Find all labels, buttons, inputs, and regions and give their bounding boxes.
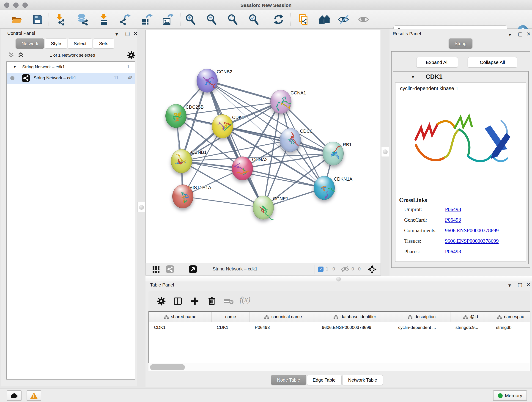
expand-all-button[interactable]: Expand All [416, 57, 458, 68]
delete-column-icon[interactable] [207, 297, 216, 306]
cloud-button[interactable] [7, 390, 22, 401]
refresh-button[interactable] [273, 13, 285, 26]
table-options-gear-icon[interactable] [157, 297, 166, 306]
tab-network-table[interactable]: Network Table [342, 375, 383, 385]
first-neighbors-button[interactable] [318, 13, 330, 26]
network-node-ccne1[interactable] [253, 196, 274, 220]
panel-dropdown-icon[interactable]: ▼ [114, 32, 119, 37]
tree-expand-icon[interactable]: ▼ [13, 65, 17, 69]
panel-dropdown-icon[interactable]: ▼ [508, 32, 512, 37]
crosslink-link[interactable]: P06493 [445, 217, 461, 223]
crosslink-link[interactable]: P06493 [445, 249, 461, 255]
panel-close-icon[interactable]: ✕ [526, 283, 530, 287]
string-view-icon[interactable] [166, 265, 174, 274]
column-header--id[interactable]: @id [450, 312, 491, 322]
add-column-icon[interactable] [190, 297, 199, 306]
scrollbar-thumb[interactable] [150, 364, 185, 370]
network-row-selected[interactable]: String Network – cdk1 11 48 [7, 73, 135, 84]
network-node-cdk1[interactable] [212, 114, 233, 138]
duplicate-network-button[interactable] [298, 13, 309, 26]
table-cell[interactable]: stringdb [491, 322, 530, 333]
open-session-button[interactable] [11, 13, 22, 26]
fit-content-button[interactable] [227, 13, 239, 26]
tab-node-table[interactable]: Node Table [271, 375, 306, 385]
export-network-button[interactable] [120, 13, 132, 26]
table-cell[interactable]: 9606.ENSP00000378699 [317, 322, 393, 333]
tab-style[interactable]: Style [45, 38, 67, 49]
export-image-button[interactable] [162, 13, 174, 26]
network-node-ccnb1[interactable] [171, 149, 192, 173]
network-edge[interactable] [207, 81, 281, 102]
right-splitter-handle[interactable] [381, 147, 389, 157]
network-node-rb1[interactable] [323, 142, 344, 166]
column-header-database-identifier[interactable]: database identifier [317, 312, 393, 322]
zoom-selected-button[interactable] [248, 13, 260, 26]
network-node-cdc25b[interactable] [165, 104, 186, 128]
expand-all-icon[interactable] [18, 52, 24, 58]
column-header-shared-name[interactable]: shared name [149, 312, 212, 322]
network-node-ccna2[interactable] [232, 157, 253, 180]
hidden-eye-icon[interactable] [341, 266, 349, 273]
network-edge[interactable] [207, 81, 263, 208]
import-network-from-file-button[interactable] [54, 13, 65, 26]
crosslink-label: Tissues: [404, 238, 421, 244]
table-cell[interactable]: CDK1 [212, 322, 250, 333]
collapse-all-button[interactable]: Collapse All [468, 57, 517, 68]
splitter-dot[interactable] [336, 277, 341, 281]
table-cell[interactable]: P06493 [250, 322, 317, 333]
birdseye-view-icon[interactable] [189, 265, 197, 274]
zoom-in-button[interactable] [185, 13, 196, 26]
network-node-cdkn1a[interactable] [314, 176, 335, 200]
table-cell[interactable]: cyclin-dependent ... [393, 322, 450, 333]
tab-string[interactable]: String [449, 38, 472, 49]
import-network-from-database-button[interactable] [76, 13, 89, 26]
column-header-name[interactable]: name [212, 312, 250, 322]
panel-close-icon[interactable]: ✕ [526, 32, 531, 36]
locate-crosshair-icon[interactable] [367, 265, 377, 274]
network-node-ccna1[interactable] [270, 90, 291, 114]
network-edge[interactable] [222, 126, 333, 153]
network-node-cdc6[interactable] [280, 128, 301, 152]
zoom-out-button[interactable] [206, 13, 218, 26]
column-header-canonical-name[interactable]: canonical name [250, 312, 317, 322]
crosslink-link[interactable]: P06493 [445, 206, 461, 212]
table-row[interactable]: CDK1CDK1P064939606.ENSP00000378699cyclin… [149, 322, 530, 333]
show-all-button[interactable] [358, 13, 370, 26]
memory-button[interactable]: Memory [493, 390, 527, 401]
tab-edge-table[interactable]: Edge Table [307, 375, 342, 385]
table-cell[interactable]: stringdb:9... [450, 322, 491, 333]
tab-sets[interactable]: Sets [93, 38, 114, 49]
panel-dropdown-icon[interactable]: ▼ [507, 283, 512, 288]
show-columns-icon[interactable] [173, 297, 182, 306]
crosslink-link[interactable]: 9606.ENSP00000378699 [445, 238, 499, 244]
panel-float-icon[interactable]: ▢ [518, 283, 522, 287]
network-edge[interactable] [183, 196, 263, 208]
panel-close-icon[interactable]: ✕ [133, 32, 138, 36]
table-cell[interactable]: CDK1 [149, 322, 212, 333]
horizontal-splitter[interactable] [146, 276, 532, 282]
column-header-description[interactable]: description [393, 312, 450, 322]
hide-selected-button[interactable] [338, 13, 350, 26]
left-splitter-handle[interactable] [138, 202, 145, 212]
table-hscrollbar[interactable] [148, 363, 530, 371]
network-canvas[interactable]: CCNB2CCNA1CDC25BCDK1CDC6RB1CCNB1CCNA2CDK… [146, 30, 381, 263]
panel-float-icon[interactable]: ▢ [125, 32, 130, 36]
panel-float-icon[interactable]: ▢ [518, 32, 523, 36]
tab-select[interactable]: Select [68, 38, 93, 49]
warnings-button[interactable] [27, 390, 41, 401]
grid-view-icon[interactable] [152, 265, 160, 273]
export-table-button[interactable] [141, 13, 152, 26]
network-options-gear-icon[interactable] [127, 51, 136, 60]
column-header-namespac[interactable]: namespac [491, 312, 530, 322]
results-panel-title: Results Panel [393, 31, 421, 36]
crosslink-link[interactable]: 9606.ENSP00000378699 [445, 228, 499, 234]
entry-content: cyclin-dependent kinase 1 [395, 83, 526, 262]
collapse-all-icon[interactable] [8, 52, 14, 58]
selected-checkbox-icon[interactable]: ✓ [318, 267, 323, 272]
entry-collapse-icon[interactable]: ▼ [411, 75, 415, 80]
network-collection-row[interactable]: ▼ String Network – cdk1 1 [7, 62, 135, 73]
tab-network[interactable]: Network [16, 38, 44, 49]
import-table-from-file-button[interactable] [98, 13, 109, 26]
network-node-ccnb2[interactable] [196, 69, 218, 93]
save-session-button[interactable] [32, 13, 44, 26]
